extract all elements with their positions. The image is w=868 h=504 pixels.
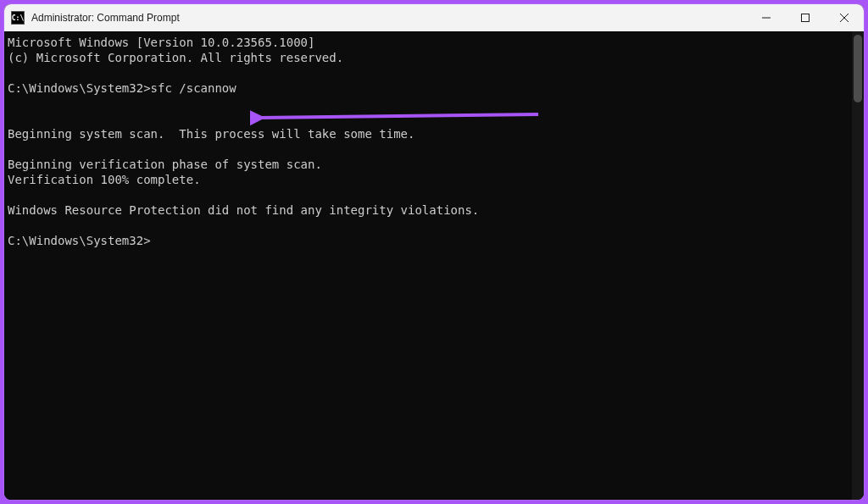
svg-rect-1 [802,14,810,22]
terminal-line [8,218,864,233]
terminal-line: C:\Windows\System32>sfc /scannow [8,80,864,96]
terminal-line [8,111,864,126]
terminal-line [8,141,864,157]
terminal-area[interactable]: Microsoft Windows [Version 10.0.23565.10… [4,31,864,500]
terminal-line [8,65,864,80]
terminal-line: Microsoft Windows [Version 10.0.23565.10… [8,35,864,50]
command-prompt-window: C:\ Administrator: Command Prompt Micros… [4,4,864,500]
close-button[interactable] [825,4,864,31]
terminal-line: Windows Resource Protection did not find… [8,202,864,218]
maximize-button[interactable] [786,4,825,31]
terminal-line: Beginning system scan. This process will… [8,126,864,141]
titlebar-left: C:\ Administrator: Command Prompt [11,11,180,25]
terminal-line: (c) Microsoft Corporation. All rights re… [8,50,864,65]
terminal-line [8,187,864,202]
scrollbar-track[interactable] [852,31,864,500]
terminal-line [8,96,864,111]
terminal-line: C:\Windows\System32> [8,233,864,248]
terminal-line: Verification 100% complete. [8,172,864,187]
scrollbar-thumb[interactable] [854,35,862,102]
terminal-output: Microsoft Windows [Version 10.0.23565.10… [8,35,864,248]
titlebar[interactable]: C:\ Administrator: Command Prompt [4,4,864,31]
window-title: Administrator: Command Prompt [31,12,180,24]
minimize-button[interactable] [747,4,786,31]
window-controls [747,4,864,31]
terminal-line: Beginning verification phase of system s… [8,157,864,172]
cmd-icon: C:\ [11,11,25,25]
